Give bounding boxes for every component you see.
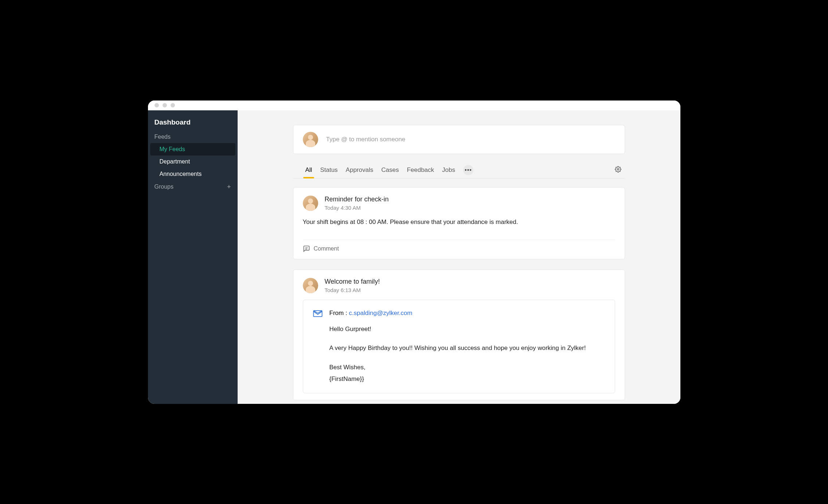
avatar [303,196,318,211]
mail-icon [313,308,323,318]
feed-card: Reminder for check-in Today 4:30 AM Your… [293,187,625,260]
content-area: Dashboard Feeds My Feeds Department Anno… [148,110,680,404]
feed-title: Welcome to family! [325,278,380,286]
email-message: A very Happy Birthday to you!! Wishing y… [329,342,605,354]
compose-card [293,125,625,154]
sidebar-item-my-feeds[interactable]: My Feeds [150,143,235,155]
app-window: Dashboard Feeds My Feeds Department Anno… [148,101,680,404]
sidebar-section-groups[interactable]: Groups + [148,180,238,194]
email-from-label: From : [329,310,349,316]
feed-header: Welcome to family! Today 6:13 AM [303,278,615,293]
tab-jobs[interactable]: Jobs [442,162,455,178]
tab-all[interactable]: All [305,162,312,178]
tabs: All Status Approvals Cases Feedback Jobs… [305,162,474,178]
sidebar-section-label: Groups [155,184,173,190]
window-titlebar [148,101,680,110]
close-window-dot[interactable] [155,103,159,107]
svg-point-0 [617,168,619,170]
avatar [303,132,318,147]
avatar [303,278,318,293]
comment-icon [303,245,310,252]
feed-timestamp: Today 4:30 AM [325,205,389,211]
email-body: Hello Gurpreet! A very Happy Birthday to… [313,323,605,385]
maximize-window-dot[interactable] [171,103,175,107]
sidebar-item-department[interactable]: Department [148,155,238,168]
comment-button[interactable]: Comment [303,240,615,252]
more-tabs-button[interactable]: ••• [463,165,473,175]
sidebar-title: Dashboard [148,115,238,131]
email-greeting: Hello Gurpreet! [329,323,605,335]
feed-timestamp: Today 6:13 AM [325,287,380,293]
tab-approvals[interactable]: Approvals [346,162,374,178]
add-group-icon[interactable]: + [227,183,231,191]
email-signature: {FirstName}} [329,375,364,382]
feed-body: Your shift begins at 08 : 00 AM. Please … [303,217,615,227]
sidebar-section-label: Feeds [155,134,171,140]
email-closing: Best Wishes, [329,364,366,371]
more-icon: ••• [465,167,472,173]
feed-title: Reminder for check-in [325,196,389,203]
comment-label: Comment [314,245,339,252]
feed-header: Reminder for check-in Today 4:30 AM [303,196,615,211]
tab-cases[interactable]: Cases [381,162,399,178]
sidebar-item-label: My Feeds [160,146,185,152]
settings-icon[interactable] [615,166,621,174]
main-panel: All Status Approvals Cases Feedback Jobs… [238,110,680,404]
tabs-row: All Status Approvals Cases Feedback Jobs… [293,162,625,178]
email-box: From : c.spalding@zylker.com Hello Gurpr… [303,300,615,393]
sidebar-section-feeds[interactable]: Feeds [148,131,238,143]
email-from-address[interactable]: c.spalding@zylker.com [349,310,412,316]
sidebar-item-announcements[interactable]: Announcements [148,168,238,180]
email-from-row: From : c.spalding@zylker.com [313,308,605,318]
sidebar-item-label: Department [160,158,190,165]
sidebar-item-label: Announcements [160,171,202,177]
sidebar: Dashboard Feeds My Feeds Department Anno… [148,110,238,404]
minimize-window-dot[interactable] [163,103,167,107]
tab-feedback[interactable]: Feedback [407,162,434,178]
feed-card: Welcome to family! Today 6:13 AM From : … [293,269,625,400]
tab-status[interactable]: Status [320,162,337,178]
compose-input[interactable] [326,136,615,143]
